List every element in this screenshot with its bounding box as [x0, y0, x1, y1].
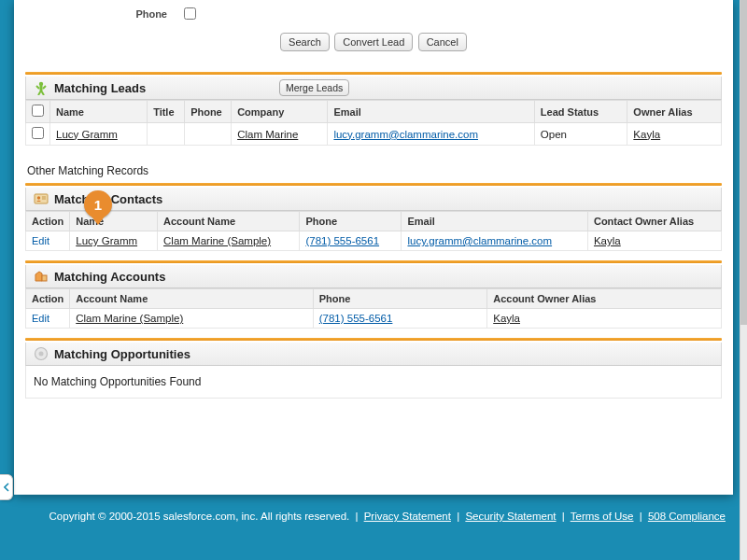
col-name: Name [50, 101, 148, 123]
col-action: Action [26, 212, 70, 231]
matching-leads-section: Matching Leads Merge Leads Name Title Ph… [25, 72, 722, 146]
accounts-section-title: Matching Accounts [54, 270, 165, 284]
leads-icon [34, 80, 49, 95]
col-action: Action [26, 289, 70, 309]
lead-status: Open [534, 123, 627, 146]
contact-owner-link[interactable]: Kayla [594, 235, 621, 246]
phone-filter-checkbox[interactable] [184, 7, 196, 20]
svg-point-8 [39, 352, 44, 357]
scrollbar-thumb[interactable] [740, 0, 747, 325]
table-row: Lucy Gramm Clam Marine lucy.gramm@clamma… [26, 123, 722, 146]
col-title: Title [148, 101, 185, 123]
footer-copyright: Copyright © 2000-2015 salesforce.com, in… [49, 511, 350, 522]
lead-row-checkbox[interactable] [32, 127, 44, 139]
col-account: Account Name [158, 212, 300, 231]
contact-account-link[interactable]: Clam Marine (Sample) [163, 235, 271, 246]
col-email: Email [328, 101, 534, 123]
contact-phone-link[interactable]: (781) 555-6561 [305, 235, 379, 246]
table-row: Edit Lucy Gramm Clam Marine (Sample) (78… [26, 231, 722, 251]
account-owner-link[interactable]: Kayla [493, 313, 520, 324]
svg-point-0 [39, 82, 43, 86]
contact-name-link[interactable]: Lucy Gramm [76, 235, 137, 246]
lead-company-link[interactable]: Clam Marine [237, 129, 298, 140]
matching-accounts-section: Matching Accounts Action Account Name Ph… [25, 260, 722, 329]
lead-name-link[interactable]: Lucy Gramm [56, 129, 118, 140]
other-matching-label: Other Matching Records [25, 155, 722, 183]
accounts-icon [34, 269, 49, 284]
footer-508-link[interactable]: 508 Compliance [648, 511, 726, 522]
opportunities-icon [34, 346, 49, 361]
contacts-section-title: Matching Contacts [54, 192, 162, 206]
account-name-link[interactable]: Clam Marine (Sample) [76, 313, 183, 324]
search-button[interactable]: Search [280, 33, 330, 51]
col-email: Email [402, 212, 587, 231]
contact-edit-link[interactable]: Edit [32, 235, 49, 246]
contacts-table-header: Action Name Account Name Phone Email Con… [26, 212, 722, 231]
col-phone: Phone [185, 101, 232, 123]
contact-email-link[interactable]: lucy.gramm@clammarine.com [407, 235, 552, 246]
phone-filter-label: Phone [25, 8, 184, 20]
lead-phone [185, 123, 232, 146]
col-phone: Phone [300, 212, 402, 231]
svg-rect-6 [42, 275, 47, 281]
col-owner: Account Owner Alias [487, 289, 722, 309]
col-company: Company [232, 101, 328, 123]
panel-collapse-handle[interactable] [0, 474, 13, 500]
merge-leads-button[interactable]: Merge Leads [279, 79, 349, 96]
account-phone-link[interactable]: (781) 555-6561 [319, 313, 393, 324]
col-phone: Phone [313, 289, 486, 309]
opps-empty-text: No Matching Opportunities Found [25, 366, 722, 399]
cancel-button[interactable]: Cancel [418, 33, 467, 51]
vertical-scrollbar[interactable] [740, 0, 747, 560]
matching-contacts-section: Matching Contacts Action Name Account Na… [25, 183, 722, 251]
table-row: Edit Clam Marine (Sample) (781) 555-6561… [26, 309, 722, 329]
accounts-table-header: Action Account Name Phone Account Owner … [26, 289, 722, 309]
footer-privacy-link[interactable]: Privacy Statement [364, 511, 451, 522]
matching-opps-section: Matching Opportunities No Matching Oppor… [25, 338, 722, 399]
convert-lead-button[interactable]: Convert Lead [334, 33, 413, 51]
leads-section-title: Matching Leads [54, 81, 146, 95]
col-name: Name [70, 212, 158, 231]
col-account: Account Name [70, 289, 314, 309]
contacts-icon [34, 191, 49, 206]
lead-title [148, 123, 185, 146]
leads-select-all-checkbox[interactable] [32, 105, 44, 117]
lead-owner-link[interactable]: Kayla [633, 129, 660, 140]
svg-point-3 [37, 196, 40, 199]
opps-section-title: Matching Opportunities [54, 347, 190, 361]
col-owner: Contact Owner Alias [587, 212, 721, 231]
col-owner: Owner Alias [627, 101, 722, 123]
lead-email-link[interactable]: lucy.gramm@clammarine.com [333, 129, 478, 140]
footer-security-link[interactable]: Security Statement [465, 511, 556, 522]
leads-table-header: Name Title Phone Company Email Lead Stat… [26, 101, 722, 123]
col-status: Lead Status [534, 101, 627, 123]
footer-terms-link[interactable]: Terms of Use [571, 511, 634, 522]
account-edit-link[interactable]: Edit [32, 313, 49, 324]
